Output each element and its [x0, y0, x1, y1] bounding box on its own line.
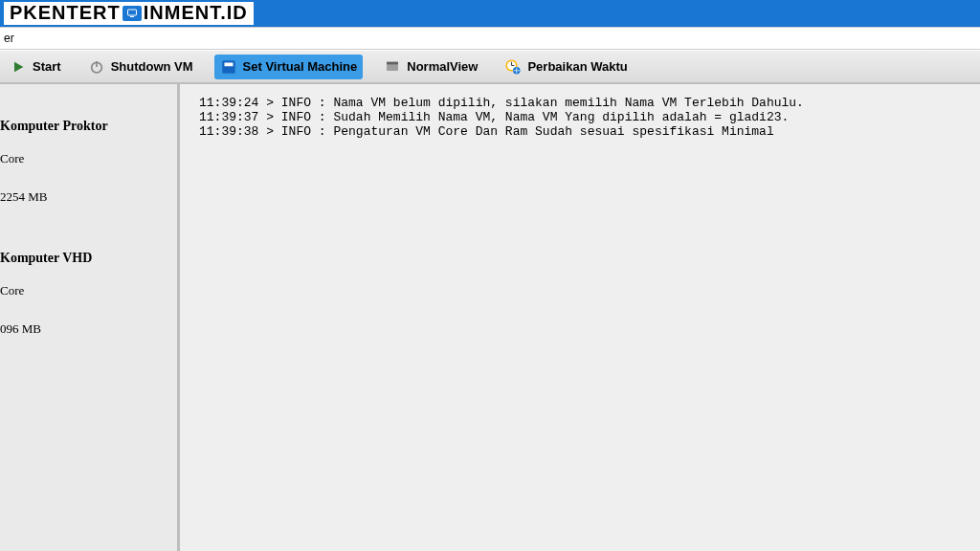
filter-row	[0, 27, 980, 50]
set-vm-button[interactable]: Set Virtual Machine	[214, 55, 364, 79]
clock-gear-icon	[504, 58, 522, 76]
svg-rect-0	[127, 10, 136, 15]
brand-badge-icon	[122, 6, 142, 21]
window-icon	[384, 58, 401, 76]
perbaikan-waktu-label: Perbaikan Waktu	[527, 59, 627, 74]
log-pane: 11:39:24 > INFO : Nama VM belum dipilih,…	[180, 84, 980, 551]
svg-rect-6	[224, 62, 233, 66]
vhd-title: Komputer VHD	[0, 251, 175, 266]
svg-rect-8	[387, 61, 398, 64]
perbaikan-waktu-button[interactable]: Perbaikan Waktu	[499, 55, 633, 79]
filter-input[interactable]	[0, 28, 980, 49]
svg-rect-5	[222, 60, 235, 74]
proktor-title: Komputer Proktor	[0, 119, 175, 134]
log-line: 11:39:24 > INFO : Nama VM belum dipilih,…	[199, 96, 965, 110]
brand-watermark: PKENTERT INMENT.ID	[4, 2, 254, 25]
window-titlebar: PKENTERT INMENT.ID	[0, 0, 980, 27]
set-vm-label: Set Virtual Machine	[243, 59, 358, 74]
log-line: 11:39:38 > INFO : Pengaturan VM Core Dan…	[199, 124, 965, 139]
toolbar: Start Shutdown VM Set Virtual Machine No…	[0, 50, 980, 84]
power-icon	[88, 58, 105, 76]
proktor-core: Core	[0, 151, 175, 166]
brand-text-right: INMENT.ID	[144, 2, 248, 24]
start-label: Start	[33, 59, 61, 74]
shutdown-button[interactable]: Shutdown VM	[82, 55, 199, 79]
vm-box-icon	[220, 58, 237, 76]
vhd-ram: 096 MB	[0, 321, 175, 337]
proktor-ram: 2254 MB	[0, 189, 175, 205]
shutdown-label: Shutdown VM	[111, 59, 193, 74]
log-line: 11:39:37 > INFO : Sudah Memilih Nama VM,…	[199, 110, 965, 124]
main-body: Komputer Proktor Core 2254 MB Komputer V…	[0, 84, 980, 551]
sidebar-spacer	[0, 228, 175, 251]
normal-view-button[interactable]: NormalView	[378, 55, 483, 79]
svg-rect-1	[130, 16, 134, 17]
normal-view-label: NormalView	[407, 59, 478, 74]
start-button[interactable]: Start	[4, 55, 67, 79]
play-icon	[10, 58, 27, 76]
svg-marker-2	[14, 61, 23, 72]
vhd-core: Core	[0, 283, 175, 298]
sidebar: Komputer Proktor Core 2254 MB Komputer V…	[0, 84, 180, 551]
brand-text-left: PKENTERT	[10, 2, 121, 24]
